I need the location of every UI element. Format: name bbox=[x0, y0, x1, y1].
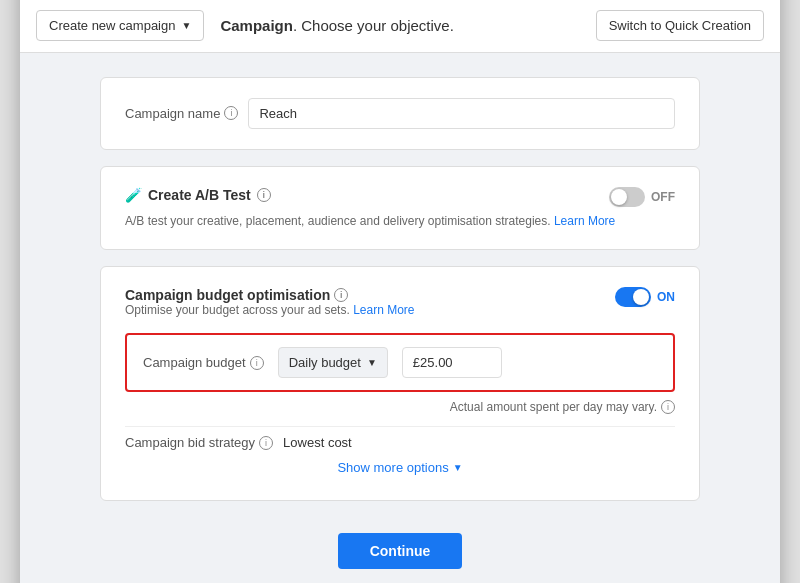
bid-strategy-label: Campaign bid strategy i bbox=[125, 435, 273, 450]
continue-button[interactable]: Continue bbox=[338, 533, 463, 569]
campaign-budget-label: Campaign budget i bbox=[143, 355, 264, 370]
actual-amount-info-icon[interactable]: i bbox=[661, 400, 675, 414]
budget-section: Campaign budget optimisation i Optimise … bbox=[100, 266, 700, 501]
content-area: Campaign name i 🧪 Create A/B Test i bbox=[20, 53, 780, 583]
bid-strategy-value: Lowest cost bbox=[283, 435, 352, 450]
campaign-name-row: Campaign name i bbox=[125, 98, 675, 129]
ab-test-header: 🧪 Create A/B Test i OFF bbox=[125, 187, 675, 207]
flask-icon: 🧪 bbox=[125, 187, 142, 203]
budget-learn-more-link[interactable]: Learn More bbox=[353, 303, 414, 317]
header-title: Campaign. Choose your objective. bbox=[220, 17, 453, 34]
budget-highlight-box: Campaign budget i Daily budget ▼ bbox=[125, 333, 675, 392]
ab-test-toggle-label: OFF bbox=[651, 190, 675, 204]
switch-to-quick-creation-button[interactable]: Switch to Quick Creation bbox=[596, 10, 764, 41]
budget-info-icon[interactable]: i bbox=[334, 288, 348, 302]
ab-test-title: 🧪 Create A/B Test i bbox=[125, 187, 271, 203]
campaign-name-info-icon[interactable]: i bbox=[224, 106, 238, 120]
bid-strategy-info-icon[interactable]: i bbox=[259, 436, 273, 450]
switch-button-label: Switch to Quick Creation bbox=[609, 18, 751, 33]
ab-test-section: 🧪 Create A/B Test i OFF bbox=[100, 166, 700, 251]
campaign-name-section: Campaign name i bbox=[100, 77, 700, 150]
budget-toggle-container[interactable]: ON bbox=[615, 287, 675, 307]
ab-test-learn-more-link[interactable]: Learn More bbox=[554, 214, 615, 228]
budget-title: Campaign budget optimisation i bbox=[125, 287, 415, 303]
header-left: Create new campaign ▼ Campaign. Choose y… bbox=[36, 10, 454, 41]
header: Create new campaign ▼ Campaign. Choose y… bbox=[20, 0, 780, 53]
budget-toggle-label: ON bbox=[657, 290, 675, 304]
budget-toggle[interactable] bbox=[615, 287, 651, 307]
create-campaign-label: Create new campaign bbox=[49, 18, 175, 33]
ab-test-info-icon[interactable]: i bbox=[257, 188, 271, 202]
budget-description: Optimise your budget across your ad sets… bbox=[125, 303, 415, 317]
bid-strategy-row: Campaign bid strategy i Lowest cost bbox=[125, 426, 675, 450]
app-window: Create new campaign ▼ Campaign. Choose y… bbox=[20, 0, 780, 583]
budget-amount-input[interactable] bbox=[402, 347, 502, 378]
daily-budget-dropdown[interactable]: Daily budget ▼ bbox=[278, 347, 388, 378]
actual-amount-note: Actual amount spent per day may vary. i bbox=[125, 400, 675, 414]
ab-test-description: A/B test your creative, placement, audie… bbox=[125, 213, 675, 230]
ab-test-toggle-container[interactable]: OFF bbox=[609, 187, 675, 207]
chevron-down-icon: ▼ bbox=[181, 20, 191, 31]
show-more-chevron-icon: ▼ bbox=[453, 462, 463, 473]
create-campaign-button[interactable]: Create new campaign ▼ bbox=[36, 10, 204, 41]
budget-title-group: Campaign budget optimisation i Optimise … bbox=[125, 287, 415, 317]
footer: Continue bbox=[100, 517, 700, 583]
ab-test-toggle[interactable] bbox=[609, 187, 645, 207]
budget-toggle-track bbox=[615, 287, 651, 307]
ab-test-toggle-track bbox=[609, 187, 645, 207]
header-title-bold: Campaign bbox=[220, 17, 293, 34]
ab-test-title-group: 🧪 Create A/B Test i bbox=[125, 187, 271, 203]
campaign-name-label: Campaign name i bbox=[125, 106, 238, 121]
campaign-budget-info-icon[interactable]: i bbox=[250, 356, 264, 370]
show-more-row: Show more options ▼ bbox=[125, 450, 675, 480]
budget-type-chevron-icon: ▼ bbox=[367, 357, 377, 368]
budget-header: Campaign budget optimisation i Optimise … bbox=[125, 287, 675, 317]
header-title-rest: . Choose your objective. bbox=[293, 17, 454, 34]
ab-test-content: 🧪 Create A/B Test i OFF bbox=[125, 187, 675, 230]
budget-toggle-thumb bbox=[633, 289, 649, 305]
show-more-options-link[interactable]: Show more options ▼ bbox=[337, 460, 462, 475]
ab-test-toggle-thumb bbox=[611, 189, 627, 205]
campaign-name-input[interactable] bbox=[248, 98, 675, 129]
